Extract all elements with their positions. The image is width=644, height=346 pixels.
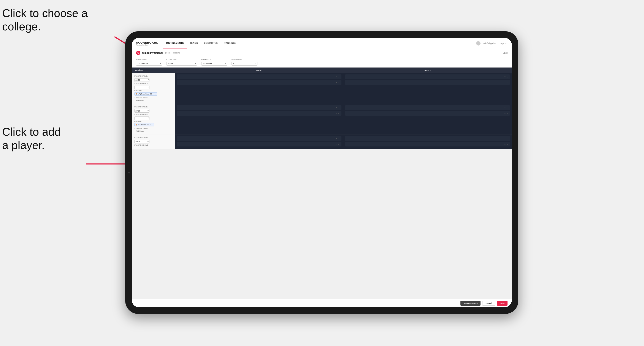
annotation-add-player: Click to add a player. xyxy=(2,125,61,152)
time-input-wrap-3 xyxy=(134,139,150,144)
start-time-input[interactable] xyxy=(166,62,197,66)
starting-hole-label-row-3: STARTING HOLE: xyxy=(134,144,172,146)
player-slot-2-2[interactable]: × ⌄ xyxy=(345,80,510,85)
tab-rankings[interactable]: RANKINGS xyxy=(221,38,239,49)
clippd-logo: C xyxy=(136,51,140,55)
sub-header: C Clippd Invitational (Men) Hosting ‹ Ba… xyxy=(132,49,512,57)
player-remove-6-1[interactable]: × xyxy=(504,137,506,140)
player-slot-5-1[interactable]: × ⌄ xyxy=(177,136,342,141)
starting-time-input-3[interactable] xyxy=(134,140,150,144)
th-team2: Team 2 xyxy=(344,67,512,73)
app-header: SCOREBOARD Powered by clippd TOURNAMENTS… xyxy=(132,38,512,49)
time-input-wrap-1 xyxy=(134,78,150,82)
player-controls-6-1: × ⌄ xyxy=(504,137,508,140)
hosting-badge: Hosting xyxy=(174,52,180,54)
player-controls-4-1: × ⌄ xyxy=(504,107,508,109)
remove-group-link-2[interactable]: ○ Remove Group xyxy=(134,128,172,130)
intervals-wrapper: 10 Minutes xyxy=(201,61,227,66)
starting-time-input-2[interactable] xyxy=(134,109,150,113)
save-button[interactable]: Save xyxy=(497,301,508,306)
intervals-select[interactable]: 10 Minutes xyxy=(201,62,227,66)
nav-tabs: TOURNAMENTS TEAMS COMMITTEE RANKINGS xyxy=(163,38,476,49)
player-slot-4-2[interactable]: × ⌄ xyxy=(345,111,510,116)
action-links-1: ○ Remove Group + Add Group xyxy=(134,97,172,101)
course-remove-2[interactable]: × xyxy=(150,124,151,126)
player-chevron-4-1[interactable]: ⌄ xyxy=(506,107,508,109)
starting-hole-input-1[interactable] xyxy=(134,86,150,89)
player-slot-6-2[interactable]: × ⌄ xyxy=(345,142,510,147)
player-chevron-2-2[interactable]: ⌄ xyxy=(506,81,508,83)
starting-hole-input-2[interactable] xyxy=(134,117,150,120)
start-type-group: Start Type 1st Tee Start xyxy=(136,59,162,66)
group-size-select[interactable]: 3 xyxy=(232,62,258,66)
player-chevron-6-1[interactable]: ⌄ xyxy=(506,137,508,140)
starting-time-input-row-2 xyxy=(134,109,172,113)
player-chevron-5-1[interactable]: ⌄ xyxy=(338,137,340,140)
starting-time-row-2: STARTING TIME: xyxy=(134,106,172,108)
tab-teams[interactable]: TEAMS xyxy=(187,38,201,49)
add-group-link-1[interactable]: + Add Group xyxy=(134,99,172,101)
player-remove-6-2[interactable]: × xyxy=(504,143,506,145)
player-chevron-1-1[interactable]: ⌄ xyxy=(338,76,340,78)
group-1-left: STARTING TIME: STARTING HOLE: xyxy=(132,73,175,104)
player-slot-1-1[interactable]: × ⌄ xyxy=(177,74,342,79)
th-tee-time: Tee Time xyxy=(132,67,175,73)
player-chevron-3-1[interactable]: ⌄ xyxy=(338,107,340,109)
tablet-home-button[interactable] xyxy=(128,172,130,173)
start-time-label: Start Time xyxy=(166,59,197,61)
course-chevron-2[interactable]: ⌄ xyxy=(152,124,153,126)
group-3-left: STARTING TIME: STARTING HOLE: xyxy=(132,135,175,149)
remove-group-link-1[interactable]: ○ Remove Group xyxy=(134,97,172,99)
player-controls-1-2: × ⌄ xyxy=(336,81,340,83)
player-slot-5-2[interactable]: × ⌄ xyxy=(177,142,342,147)
player-chevron-1-2[interactable]: ⌄ xyxy=(338,81,340,83)
reset-changes-button[interactable]: Reset Changes xyxy=(460,301,480,306)
player-slot-4-1[interactable]: × ⌄ xyxy=(345,105,510,110)
course-tag-1[interactable]: 🏌 (A) Peachtree GC × ⌄ xyxy=(134,92,157,96)
starting-time-row-1: STARTING TIME: xyxy=(134,75,172,77)
course-chevron-1[interactable]: ⌄ xyxy=(154,93,156,95)
player-remove-5-2[interactable]: × xyxy=(336,143,337,145)
tab-tournaments[interactable]: TOURNAMENTS xyxy=(163,38,187,49)
course-tag-2[interactable]: 🏌 East Lake GC × ⌄ xyxy=(134,123,154,126)
starting-time-input-1[interactable] xyxy=(134,78,150,82)
player-slot-1-2[interactable]: × ⌄ xyxy=(177,80,342,85)
player-chevron-2-1[interactable]: ⌄ xyxy=(506,76,508,78)
player-slot-2-1[interactable]: × ⌄ xyxy=(345,74,510,79)
player-remove-1-2[interactable]: × xyxy=(336,81,337,83)
player-remove-3-1[interactable]: × xyxy=(336,107,337,109)
player-remove-3-2[interactable]: × xyxy=(336,112,337,114)
bottom-bar: Reset Changes Cancel Save xyxy=(132,299,512,307)
header-right: blair@clippd.io | Sign out xyxy=(476,41,508,45)
player-remove-5-1[interactable]: × xyxy=(336,137,337,140)
starting-time-label-3: STARTING TIME: xyxy=(134,137,148,139)
main-content: Tee Time Team 1 Team 2 STARTING TIME: xyxy=(132,67,512,299)
hole-input-wrap-1 xyxy=(134,85,150,89)
course-label-2: COURSE: xyxy=(134,121,142,122)
player-slot-6-1[interactable]: × ⌄ xyxy=(345,136,510,141)
player-controls-2-1: × ⌄ xyxy=(504,76,508,78)
cancel-button[interactable]: Cancel xyxy=(482,301,495,306)
starting-hole-label-2: STARTING HOLE: xyxy=(134,114,148,115)
logo-area: SCOREBOARD Powered by clippd xyxy=(136,41,158,46)
player-chevron-3-2[interactable]: ⌄ xyxy=(338,112,340,114)
player-chevron-4-2[interactable]: ⌄ xyxy=(506,112,508,114)
add-group-link-2[interactable]: + Add Group xyxy=(134,130,172,132)
course-remove-1[interactable]: × xyxy=(153,93,154,95)
player-slot-3-1[interactable]: × ⌄ xyxy=(177,105,342,110)
sign-out-link[interactable]: Sign out xyxy=(500,42,508,44)
player-controls-6-2: × ⌄ xyxy=(504,143,508,145)
user-email: blair@clippd.io xyxy=(483,42,496,44)
team1-cell-1: × ⌄ × ⌄ xyxy=(175,73,344,104)
player-chevron-6-2[interactable]: ⌄ xyxy=(506,143,508,145)
tab-committee[interactable]: COMMITTEE xyxy=(201,38,221,49)
player-remove-2-1[interactable]: × xyxy=(504,76,506,78)
start-type-select[interactable]: 1st Tee Start xyxy=(136,62,162,66)
player-remove-4-2[interactable]: × xyxy=(504,112,506,114)
player-chevron-5-2[interactable]: ⌄ xyxy=(338,143,340,145)
player-remove-2-2[interactable]: × xyxy=(504,81,506,83)
player-remove-1-1[interactable]: × xyxy=(336,76,337,78)
back-button[interactable]: ‹ Back xyxy=(502,52,508,54)
player-slot-3-2[interactable]: × ⌄ xyxy=(177,111,342,116)
player-remove-4-1[interactable]: × xyxy=(504,107,506,109)
